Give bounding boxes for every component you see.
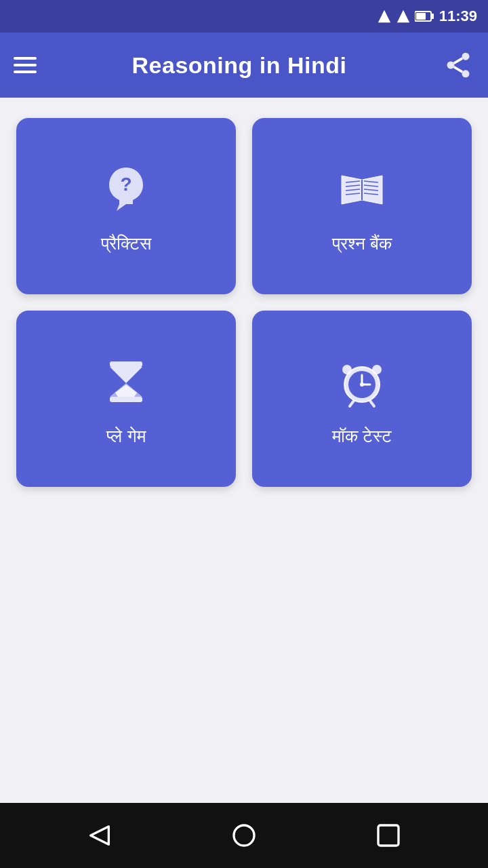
question-bank-label: प्रश्न बैंक bbox=[332, 233, 392, 254]
play-game-card[interactable]: प्ले गेम bbox=[16, 311, 236, 487]
main-content: ? प्रैक्टिस bbox=[0, 98, 488, 803]
recents-button[interactable] bbox=[368, 815, 409, 856]
home-icon bbox=[230, 822, 258, 849]
svg-marker-1 bbox=[397, 10, 409, 22]
signal2-icon bbox=[396, 9, 411, 24]
svg-point-32 bbox=[234, 825, 254, 846]
hamburger-menu-button[interactable] bbox=[14, 57, 37, 73]
book-icon-svg bbox=[335, 162, 389, 216]
svg-marker-31 bbox=[90, 827, 108, 845]
svg-point-28 bbox=[360, 382, 364, 387]
mock-test-card[interactable]: मॉक टेस्ट bbox=[252, 311, 472, 487]
svg-point-5 bbox=[462, 53, 470, 60]
share-icon bbox=[443, 50, 473, 80]
share-button[interactable] bbox=[442, 49, 474, 81]
hourglass-icon-svg bbox=[99, 355, 153, 409]
svg-rect-20 bbox=[110, 361, 142, 367]
practice-card[interactable]: ? प्रैक्टिस bbox=[16, 118, 236, 294]
question-bank-card[interactable]: प्रश्न बैंक bbox=[252, 118, 472, 294]
svg-line-8 bbox=[454, 67, 463, 72]
battery-icon bbox=[415, 9, 434, 24]
grid-row-2: प्ले गेम bbox=[16, 311, 472, 487]
toolbar: Reasoning in Hindi bbox=[0, 33, 488, 98]
back-icon bbox=[86, 822, 113, 849]
mock-test-label: मॉक टेस्ट bbox=[332, 426, 392, 447]
status-icons bbox=[377, 9, 434, 24]
practice-label: प्रैक्टिस bbox=[101, 233, 151, 254]
svg-line-29 bbox=[350, 401, 354, 406]
svg-rect-4 bbox=[416, 13, 426, 20]
svg-marker-0 bbox=[378, 10, 390, 22]
svg-point-6 bbox=[447, 62, 455, 69]
recents-icon bbox=[375, 822, 402, 849]
svg-rect-21 bbox=[110, 397, 142, 402]
status-time: 11:39 bbox=[439, 7, 477, 25]
brain-question-icon: ? bbox=[96, 159, 157, 220]
svg-text:?: ? bbox=[120, 174, 131, 195]
signal1-icon bbox=[377, 9, 392, 24]
svg-rect-33 bbox=[378, 825, 399, 846]
home-button[interactable] bbox=[224, 815, 264, 856]
alarm-icon-svg bbox=[335, 355, 389, 409]
play-game-label: प्ले गेम bbox=[106, 426, 145, 447]
practice-icon-svg: ? bbox=[99, 162, 153, 216]
svg-point-23 bbox=[342, 365, 352, 374]
page-title: Reasoning in Hindi bbox=[132, 52, 347, 79]
alarm-icon bbox=[331, 351, 392, 412]
svg-point-7 bbox=[462, 70, 470, 77]
back-button[interactable] bbox=[79, 815, 120, 856]
svg-line-30 bbox=[370, 401, 374, 406]
book-icon bbox=[331, 159, 392, 220]
hourglass-icon bbox=[96, 351, 157, 412]
grid-row-1: ? प्रैक्टिस bbox=[16, 118, 472, 294]
svg-point-24 bbox=[372, 365, 382, 374]
svg-rect-3 bbox=[431, 14, 434, 19]
svg-line-9 bbox=[454, 58, 463, 63]
bottom-navigation bbox=[0, 803, 488, 868]
status-bar: 11:39 bbox=[0, 0, 488, 33]
